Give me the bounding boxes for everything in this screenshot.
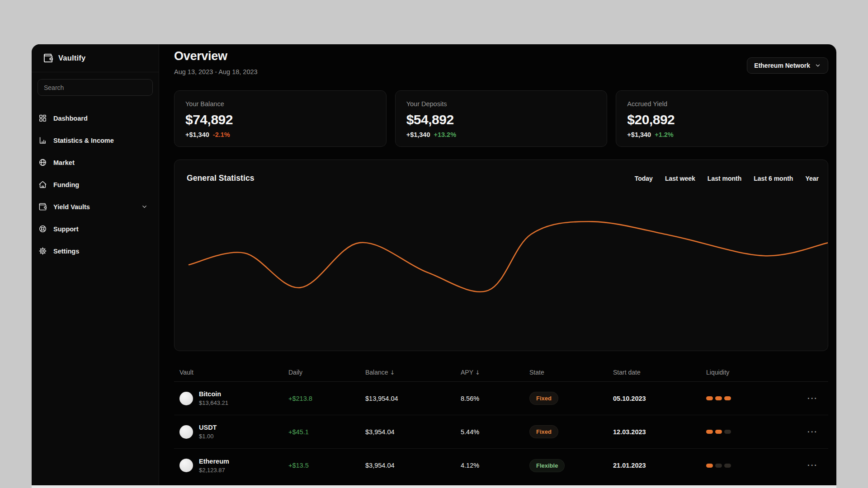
col-vault: Vault bbox=[174, 369, 288, 376]
row-actions-button[interactable]: ··· bbox=[797, 394, 828, 403]
home-icon bbox=[38, 180, 47, 189]
col-start-date: Start date bbox=[613, 369, 706, 376]
lifebuoy-icon bbox=[38, 225, 47, 233]
sidebar-item-market[interactable]: Market bbox=[32, 151, 159, 174]
sidebar: Vaultify Dashboard Statistics & Income bbox=[32, 44, 159, 488]
balance-value: $3,954.04 bbox=[365, 462, 461, 469]
stat-cards: Your Balance $74,892 +$1,340 -2.1% Your … bbox=[174, 90, 828, 147]
sidebar-item-label: Yield Vaults bbox=[53, 203, 90, 211]
state-badge: Fixed bbox=[529, 425, 558, 438]
coin-name: Ethereum bbox=[199, 458, 229, 465]
card-label: Your Deposits bbox=[406, 100, 596, 108]
sidebar-item-label: Market bbox=[53, 159, 75, 166]
liquidity-indicator bbox=[706, 464, 797, 468]
card-label: Your Balance bbox=[185, 100, 375, 108]
sidebar-item-label: Dashboard bbox=[53, 115, 88, 122]
card-delta: +$1,340 -2.1% bbox=[185, 131, 375, 138]
apy-value: 8.56% bbox=[461, 395, 529, 402]
daily-change: +$13.5 bbox=[288, 462, 365, 469]
start-date: 05.10.2023 bbox=[613, 395, 706, 402]
col-apy[interactable]: APY↓ bbox=[461, 369, 529, 376]
sidebar-item-settings[interactable]: Settings bbox=[32, 240, 159, 262]
balance-card: Your Balance $74,892 +$1,340 -2.1% bbox=[174, 90, 387, 147]
card-label: Accrued Yield bbox=[627, 100, 817, 108]
main-content: Overview Aug 13, 2023 - Aug 18, 2023 Eth… bbox=[159, 44, 836, 488]
coin-name: Bitcoin bbox=[199, 390, 228, 398]
state-badge: Flexible bbox=[529, 459, 565, 472]
sidebar-item-statistics[interactable]: Statistics & Income bbox=[32, 129, 159, 151]
vaults-table: Vault Daily Balance↓ APY↓ State Start da… bbox=[174, 363, 828, 482]
row-actions-button[interactable]: ··· bbox=[797, 461, 828, 470]
chevron-down-icon bbox=[140, 203, 149, 210]
date-range: Aug 13, 2023 - Aug 18, 2023 bbox=[174, 68, 828, 76]
table-header: Vault Daily Balance↓ APY↓ State Start da… bbox=[174, 363, 828, 382]
apy-value: 5.44% bbox=[461, 428, 529, 436]
delta-amount: +$1,340 bbox=[627, 131, 651, 138]
daily-change: +$45.1 bbox=[288, 428, 365, 436]
delta-percent: +1.2% bbox=[655, 131, 674, 138]
col-liquidity: Liquidity bbox=[706, 369, 797, 376]
logo: Vaultify bbox=[32, 44, 159, 72]
sidebar-item-dashboard[interactable]: Dashboard bbox=[32, 107, 159, 129]
sidebar-item-support[interactable]: Support bbox=[32, 218, 159, 240]
coin-price: $2,123.87 bbox=[199, 467, 229, 474]
dashboard-icon bbox=[38, 114, 47, 122]
card-value: $20,892 bbox=[627, 113, 817, 127]
app-title: Vaultify bbox=[58, 54, 85, 62]
sidebar-item-yield-vaults[interactable]: Yield Vaults bbox=[32, 196, 159, 218]
coin-name: USDT bbox=[199, 424, 217, 432]
card-value: $74,892 bbox=[185, 113, 375, 127]
sidebar-item-label: Settings bbox=[53, 248, 79, 255]
liquidity-indicator bbox=[706, 396, 797, 400]
table-row-bitcoin[interactable]: Bitcoin $13,643.21 +$213.8 $13,954.04 8.… bbox=[174, 382, 828, 415]
sidebar-item-label: Support bbox=[53, 225, 79, 233]
delta-amount: +$1,340 bbox=[185, 131, 209, 138]
coin-price: $1.00 bbox=[199, 433, 217, 440]
row-actions-button[interactable]: ··· bbox=[797, 427, 828, 436]
card-delta: +$1,340 +1.2% bbox=[627, 131, 817, 138]
start-date: 12.03.2023 bbox=[613, 428, 706, 436]
balance-value: $13,954.04 bbox=[365, 395, 461, 402]
coin-avatar bbox=[179, 459, 193, 472]
card-value: $54,892 bbox=[406, 113, 596, 127]
sidebar-item-funding[interactable]: Funding bbox=[32, 174, 159, 196]
app-window: Vaultify Dashboard Statistics & Income bbox=[32, 44, 836, 488]
network-selector[interactable]: Ethereum Network bbox=[747, 57, 828, 74]
globe-icon bbox=[38, 158, 47, 167]
sidebar-item-label: Statistics & Income bbox=[53, 137, 114, 144]
chevron-down-icon bbox=[815, 62, 821, 69]
delta-amount: +$1,340 bbox=[406, 131, 430, 138]
page-title: Overview bbox=[174, 49, 828, 64]
network-selector-label: Ethereum Network bbox=[754, 62, 810, 69]
wallet-logo-icon bbox=[43, 53, 53, 63]
wallet-icon bbox=[38, 202, 47, 211]
apy-value: 4.12% bbox=[461, 462, 529, 469]
table-row-ethereum[interactable]: Ethereum $2,123.87 +$13.5 $3,954.04 4.12… bbox=[174, 449, 828, 482]
gear-icon bbox=[38, 247, 47, 255]
bottom-edge-strip bbox=[32, 485, 836, 488]
liquidity-indicator bbox=[706, 430, 797, 434]
sort-down-icon: ↓ bbox=[390, 369, 395, 376]
daily-change: +$213.8 bbox=[288, 395, 365, 402]
table-row-usdt[interactable]: USDT $1.00 +$45.1 $3,954.04 5.44% Fixed … bbox=[174, 415, 828, 449]
start-date: 21.01.2023 bbox=[613, 462, 706, 469]
card-delta: +$1,340 +13.2% bbox=[406, 131, 596, 138]
col-daily: Daily bbox=[288, 369, 365, 376]
state-badge: Fixed bbox=[529, 392, 558, 405]
sidebar-nav: Dashboard Statistics & Income Market bbox=[32, 107, 159, 262]
deposits-card: Your Deposits $54,892 +$1,340 +13.2% bbox=[395, 90, 608, 147]
search-input[interactable] bbox=[38, 79, 153, 96]
general-statistics-panel: General Statistics Today Last week Last … bbox=[174, 160, 828, 351]
col-balance[interactable]: Balance↓ bbox=[365, 369, 461, 376]
balance-value: $3,954.04 bbox=[365, 428, 461, 436]
coin-avatar bbox=[179, 425, 193, 439]
delta-percent: +13.2% bbox=[434, 131, 457, 138]
yield-card: Accrued Yield $20,892 +$1,340 +1.2% bbox=[616, 90, 828, 147]
delta-percent: -2.1% bbox=[213, 131, 230, 138]
sort-down-icon: ↓ bbox=[475, 369, 480, 376]
col-state: State bbox=[529, 369, 613, 376]
bar-chart-icon bbox=[38, 136, 47, 145]
statistics-line-chart bbox=[175, 160, 828, 351]
coin-price: $13,643.21 bbox=[199, 399, 228, 406]
coin-avatar bbox=[179, 392, 193, 405]
